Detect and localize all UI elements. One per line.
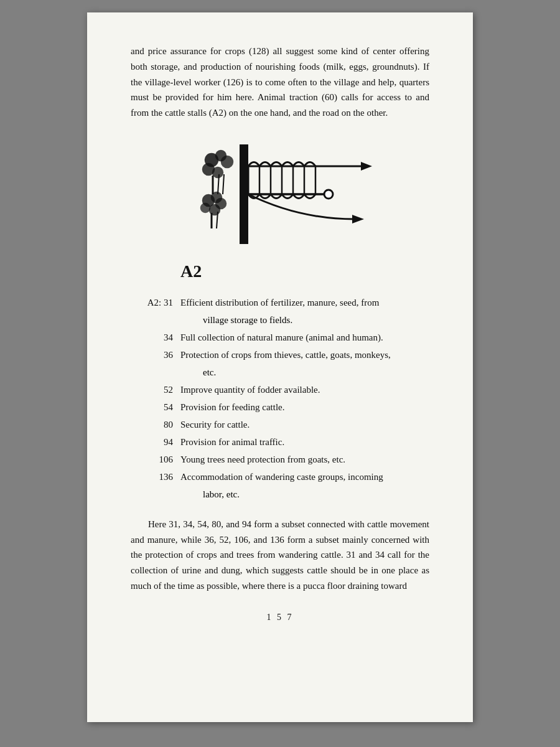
list-item: A2: 31 Efficient distribution of fertili… [131, 295, 429, 310]
svg-rect-15 [240, 144, 248, 244]
intro-paragraph: and price assurance for crops (128) all … [131, 44, 429, 121]
item-prefix: 36 [131, 347, 180, 362]
item-list: A2: 31 Efficient distribution of fertili… [131, 295, 429, 502]
item-prefix: 106 [131, 452, 180, 467]
list-item: 54 Provision for feeding cattle. [131, 400, 429, 415]
list-item: 80 Security for cattle. [131, 417, 429, 432]
list-item: 52 Improve quantity of fodder available. [131, 382, 429, 397]
item-prefix: 80 [131, 417, 180, 432]
cattle-stall-diagram [174, 138, 386, 250]
item-prefix: 54 [131, 400, 180, 415]
closing-paragraph: Here 31, 34, 54, 80, and 94 form a subse… [131, 517, 429, 594]
svg-line-7 [223, 174, 224, 194]
item-prefix: 52 [131, 382, 180, 397]
list-item-continuation: etc. [131, 365, 429, 380]
diagram-container [131, 138, 429, 250]
page-number: 1 5 7 [131, 613, 429, 622]
list-item: 34 Full collection of natural manure (an… [131, 330, 429, 345]
section-heading: A2 [180, 261, 429, 281]
list-item: 94 Provision for animal traffic. [131, 435, 429, 449]
list-item: 36 Protection of crops from thieves, cat… [131, 347, 429, 362]
item-prefix: 34 [131, 330, 180, 345]
svg-point-4 [213, 167, 223, 177]
svg-point-2 [222, 156, 233, 167]
list-item-continuation: labor, etc. [131, 487, 429, 502]
svg-point-11 [201, 204, 210, 212]
item-prefix: 136 [131, 469, 180, 484]
item-prefix: 94 [131, 435, 180, 449]
list-item: 106 Young trees need protection from goa… [131, 452, 429, 467]
svg-point-19 [324, 190, 333, 199]
svg-marker-20 [352, 215, 364, 223]
item-prefix: A2: 31 [131, 295, 180, 310]
list-item: 136 Accommodation of wandering caste gro… [131, 469, 429, 484]
book-page: and price assurance for crops (128) all … [87, 12, 473, 722]
list-item-continuation: village storage to fields. [131, 312, 429, 327]
svg-marker-17 [361, 162, 372, 171]
